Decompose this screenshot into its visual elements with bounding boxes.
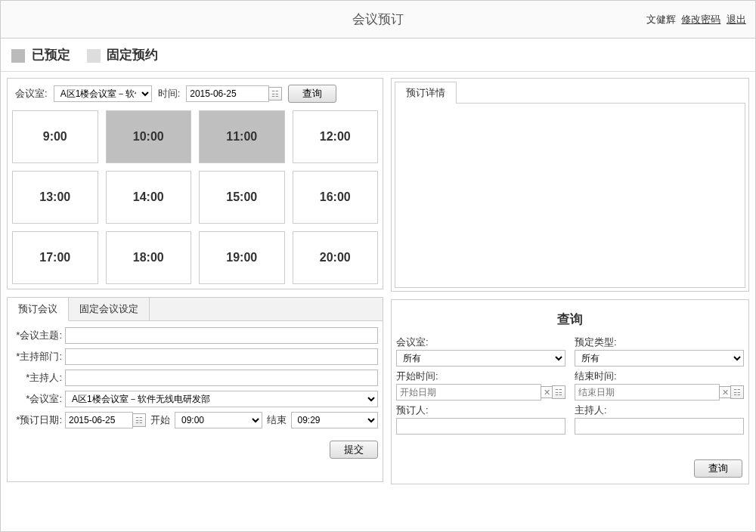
- legend-booked-swatch: [11, 49, 25, 63]
- timeslot-1700[interactable]: 17:00: [12, 231, 98, 284]
- right-column: 预订详情 查询 会议室: 所有 预定类型: 所有 开始时间:: [391, 78, 749, 484]
- legend-fixed-label: 固定预约: [107, 48, 158, 62]
- query-button[interactable]: 查询: [694, 459, 742, 478]
- calendar-icon[interactable]: ☷: [552, 385, 565, 399]
- timeslot-1800[interactable]: 18:00: [106, 231, 192, 284]
- timeslot-panel: 会议室: A区1楼会议室－软件 时间: ☷ 查询 9:0010:0011:001…: [7, 78, 383, 289]
- calendar-icon[interactable]: ☷: [132, 413, 146, 427]
- content: 会议室: A区1楼会议室－软件 时间: ☷ 查询 9:0010:0011:001…: [1, 72, 755, 490]
- filter-date-input[interactable]: [186, 85, 269, 102]
- current-user: 文健辉: [646, 14, 676, 25]
- detail-body: [395, 103, 745, 288]
- timeslot-1900[interactable]: 19:00: [199, 231, 285, 284]
- calendar-icon[interactable]: ☷: [268, 87, 282, 101]
- start-time-select[interactable]: 09:00: [175, 412, 262, 428]
- booking-panel: 预订会议 固定会议设定 *会议主题: *主持部门: *主持人: *会议室: A区…: [7, 297, 383, 482]
- booking-tabs: 预订会议 固定会议设定: [8, 298, 383, 321]
- timeslot-grid: 9:0010:0011:0012:0013:0014:0015:0016:001…: [12, 110, 378, 284]
- timeslot-1300[interactable]: 13:00: [12, 171, 98, 224]
- timeslot-1400[interactable]: 14:00: [106, 171, 192, 224]
- clear-icon[interactable]: ✕: [541, 386, 553, 398]
- q-host-label: 主持人:: [575, 404, 744, 417]
- q-start-input[interactable]: [396, 384, 541, 401]
- q-booker-input[interactable]: [396, 418, 565, 435]
- start-label: 开始: [150, 413, 170, 427]
- filter-room-label: 会议室:: [15, 87, 48, 101]
- detail-panel: 预订详情: [391, 78, 749, 292]
- end-label: 结束: [267, 413, 287, 427]
- q-booker-label: 预订人:: [396, 404, 565, 417]
- host-label: *主持人:: [12, 371, 65, 385]
- q-end-label: 结束时间:: [575, 370, 744, 383]
- filter-query-button[interactable]: 查询: [288, 85, 336, 103]
- tab-fixed-meeting[interactable]: 固定会议设定: [69, 298, 150, 320]
- timeslot-1600[interactable]: 16:00: [293, 171, 379, 224]
- legend-bar: 已预定 固定预约: [1, 39, 755, 72]
- legend-fixed: 固定预约: [87, 46, 159, 63]
- query-grid: 会议室: 所有 预定类型: 所有 开始时间: ✕ ☷ 结束时间:: [396, 336, 744, 435]
- left-column: 会议室: A区1楼会议室－软件 时间: ☷ 查询 9:0010:0011:001…: [7, 78, 383, 484]
- book-date-label: *预订日期:: [12, 413, 65, 427]
- page-title: 会议预订: [1, 11, 755, 28]
- submit-button[interactable]: 提交: [330, 441, 378, 459]
- legend-booked: 已预定: [11, 46, 70, 63]
- timeslot-1500[interactable]: 15:00: [199, 171, 285, 224]
- q-host-input[interactable]: [575, 418, 744, 435]
- app-header: 会议预订 文健辉 修改密码 退出: [1, 1, 755, 39]
- clear-icon[interactable]: ✕: [719, 386, 731, 398]
- q-room-select[interactable]: 所有: [396, 350, 565, 367]
- room-label: *会议室:: [12, 392, 65, 406]
- filter-time-label: 时间:: [158, 87, 181, 101]
- q-type-select[interactable]: 所有: [575, 350, 744, 367]
- subject-input[interactable]: [65, 327, 378, 344]
- q-start-label: 开始时间:: [396, 370, 565, 383]
- legend-booked-label: 已预定: [32, 48, 70, 62]
- calendar-icon[interactable]: ☷: [730, 385, 744, 399]
- legend-fixed-swatch: [87, 49, 101, 63]
- header-user-area: 文健辉 修改密码 退出: [646, 13, 746, 26]
- book-date-input[interactable]: [65, 412, 133, 428]
- q-type-label: 预定类型:: [575, 336, 744, 349]
- change-password-link[interactable]: 修改密码: [681, 14, 720, 25]
- end-time-select[interactable]: 09:29: [291, 412, 379, 428]
- dept-input[interactable]: [65, 348, 378, 365]
- timeslot-900[interactable]: 9:00: [12, 110, 98, 163]
- subject-label: *会议主题:: [12, 329, 65, 342]
- timeslot-1100[interactable]: 11:00: [199, 110, 285, 163]
- dept-label: *主持部门:: [12, 350, 65, 363]
- q-room-label: 会议室:: [396, 336, 565, 349]
- room-select[interactable]: A区1楼会议室－软件无线电研发部: [65, 391, 378, 407]
- query-title: 查询: [396, 305, 744, 336]
- host-input[interactable]: [65, 370, 378, 386]
- tab-book-meeting[interactable]: 预订会议: [8, 298, 69, 321]
- timeslot-1000[interactable]: 10:00: [106, 110, 192, 163]
- q-end-input[interactable]: [575, 384, 720, 401]
- filter-room-select[interactable]: A区1楼会议室－软件: [54, 85, 152, 102]
- logout-link[interactable]: 退出: [727, 14, 746, 25]
- detail-tab[interactable]: 预订详情: [395, 82, 457, 104]
- timeslot-2000[interactable]: 20:00: [293, 231, 379, 284]
- query-panel: 查询 会议室: 所有 预定类型: 所有 开始时间: ✕ ☷: [391, 299, 749, 484]
- filter-row: 会议室: A区1楼会议室－软件 时间: ☷ 查询: [12, 83, 378, 110]
- timeslot-1200[interactable]: 12:00: [293, 110, 379, 163]
